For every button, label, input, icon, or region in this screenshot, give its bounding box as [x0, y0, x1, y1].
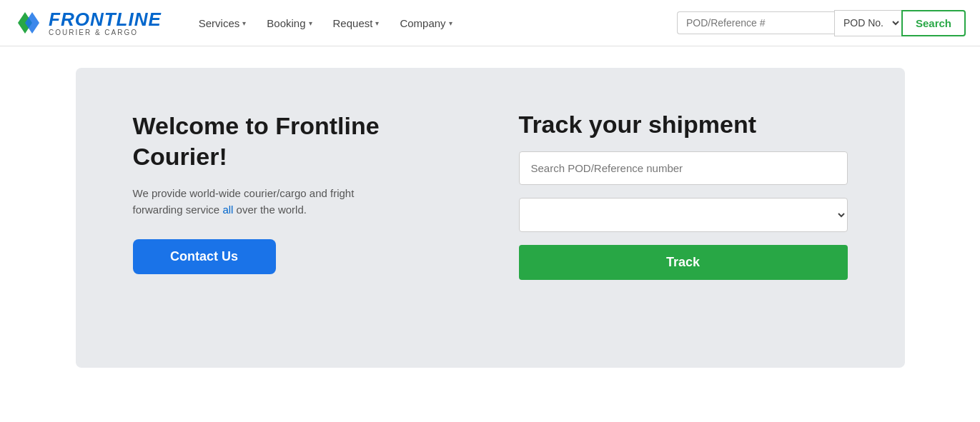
- chevron-down-icon: ▾: [309, 19, 312, 27]
- track-pod-input[interactable]: [519, 151, 848, 185]
- logo-sub: COURIER & CARGO: [49, 29, 162, 36]
- nav-item-request[interactable]: Request ▾: [325, 11, 388, 35]
- nav-links: Services ▾ Booking ▾ Request ▾ Company ▾: [190, 11, 670, 35]
- nav-search-button[interactable]: Search: [901, 10, 966, 36]
- nav-request-label: Request: [333, 17, 373, 29]
- chevron-down-icon: ▾: [242, 19, 246, 27]
- hero-desc-highlight: all: [222, 204, 233, 216]
- hero-description: We provide world-wide courier/cargo and …: [133, 186, 419, 218]
- nav-search-area: POD No. Ref No. Search: [677, 10, 966, 36]
- nav-item-services[interactable]: Services ▾: [190, 11, 255, 35]
- hero-title: Welcome to Frontline Courier!: [133, 111, 462, 171]
- nav-services-label: Services: [199, 17, 240, 29]
- navbar: FRONTLINE COURIER & CARGO Services ▾ Boo…: [0, 0, 980, 46]
- contact-us-button[interactable]: Contact Us: [133, 239, 276, 274]
- chevron-down-icon: ▾: [375, 19, 379, 27]
- hero-desc-part2: forwarding service: [133, 204, 223, 216]
- hero-left: Welcome to Frontline Courier! We provide…: [133, 111, 462, 274]
- track-title: Track your shipment: [519, 111, 848, 139]
- nav-company-label: Company: [400, 17, 445, 29]
- nav-item-company[interactable]: Company ▾: [391, 11, 460, 35]
- frontline-logo-icon: [14, 9, 43, 37]
- hero-section: Welcome to Frontline Courier! We provide…: [76, 68, 905, 368]
- chevron-down-icon: ▾: [449, 19, 452, 27]
- track-button[interactable]: Track: [519, 245, 848, 280]
- track-type-select[interactable]: POD No. Reference No.: [519, 198, 848, 232]
- logo[interactable]: FRONTLINE COURIER & CARGO: [14, 9, 162, 37]
- nav-search-input[interactable]: [677, 11, 834, 34]
- nav-booking-label: Booking: [267, 17, 305, 29]
- hero-desc-part3: over the world.: [233, 204, 307, 216]
- nav-item-booking[interactable]: Booking ▾: [258, 11, 320, 35]
- logo-brand: FRONTLINE: [49, 10, 162, 29]
- hero-desc-part1: We provide world-wide courier/cargo and …: [133, 187, 355, 199]
- nav-search-select[interactable]: POD No. Ref No.: [834, 10, 901, 36]
- hero-right: Track your shipment POD No. Reference No…: [519, 111, 848, 280]
